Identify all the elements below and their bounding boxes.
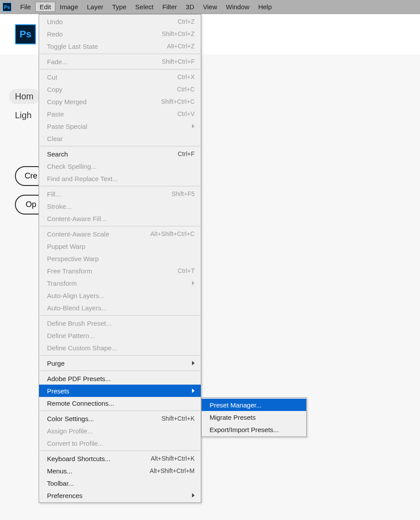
menu-item-adobe-pdf-presets-[interactable]: Adobe PDF Presets... <box>39 372 201 385</box>
menu-item-copy: CopyCtrl+C <box>39 83 201 95</box>
submenu-item-preset-manager-[interactable]: Preset Manager... <box>202 399 306 411</box>
menu-item-label: Paste Special <box>47 123 188 130</box>
menu-item-presets[interactable]: Presets <box>39 385 201 397</box>
menu-item-label: Clear <box>47 135 195 142</box>
menu-item-toggle-last-state: Toggle Last StateAlt+Ctrl+Z <box>39 40 201 52</box>
menu-item-label: Adobe PDF Presets... <box>47 375 195 382</box>
menu-item-assign-profile-: Assign Profile... <box>39 425 201 437</box>
menu-item-label: Fill... <box>47 190 171 198</box>
menu-item-label: Copy <box>47 86 177 93</box>
menu-item-cut: CutCtrl+X <box>39 71 201 83</box>
menu-item-auto-align-layers-: Auto-Align Layers... <box>39 289 201 302</box>
menu-item-color-settings-[interactable]: Color Settings...Shift+Ctrl+K <box>39 412 201 425</box>
menu-item-puppet-warp: Puppet Warp <box>39 240 201 252</box>
menu-window[interactable]: Window <box>221 2 253 12</box>
menu-item-shortcut: Ctrl+V <box>177 110 195 117</box>
menu-item-label: Perspective Warp <box>47 255 195 262</box>
menu-item-auto-blend-layers-: Auto-Blend Layers... <box>39 302 201 314</box>
menu-item-search[interactable]: SearchCtrl+F <box>39 148 201 160</box>
menu-item-label: Auto-Blend Layers... <box>47 304 195 312</box>
menu-item-label: Transform <box>47 280 188 287</box>
menu-separator <box>40 69 200 69</box>
menu-help[interactable]: Help <box>254 2 276 12</box>
submenu-arrow-icon <box>192 389 195 393</box>
menu-item-shortcut: Alt+Shift+Ctrl+C <box>150 230 195 237</box>
menu-item-free-transform: Free TransformCtrl+T <box>39 265 201 277</box>
submenu-item-label: Export/Import Presets... <box>210 426 300 433</box>
menu-item-shortcut: Alt+Shift+Ctrl+M <box>150 467 195 474</box>
menu-separator <box>40 451 200 451</box>
menu-item-check-spelling-: Check Spelling... <box>39 160 201 172</box>
presets-submenu: Preset Manager...Migrate PresetsExport/I… <box>201 397 307 437</box>
sidebar-item-0[interactable]: Hom <box>9 89 40 104</box>
menu-item-menus-[interactable]: Menus...Alt+Shift+Ctrl+M <box>39 465 201 477</box>
menu-item-label: Auto-Align Layers... <box>47 292 195 299</box>
menu-item-shortcut: Ctrl+Z <box>178 18 195 25</box>
menu-edit[interactable]: Edit <box>35 2 55 12</box>
menu-separator <box>40 186 200 186</box>
menu-item-fill-: Fill...Shift+F5 <box>39 188 201 200</box>
menu-separator <box>40 54 200 54</box>
menu-item-label: Define Custom Shape... <box>47 344 195 352</box>
submenu-item-export-import-presets-[interactable]: Export/Import Presets... <box>202 423 306 436</box>
menu-separator <box>40 355 200 356</box>
submenu-item-migrate-presets[interactable]: Migrate Presets <box>202 411 306 423</box>
menu-separator <box>40 146 200 146</box>
menu-file[interactable]: File <box>16 2 35 12</box>
menu-item-define-pattern-: Define Pattern... <box>39 329 201 342</box>
menu-item-shortcut: Shift+Ctrl+C <box>161 98 195 105</box>
menu-item-preferences[interactable]: Preferences <box>39 489 201 502</box>
submenu-arrow-icon <box>192 281 195 285</box>
submenu-arrow-icon <box>192 493 195 498</box>
menu-item-label: Puppet Warp <box>47 243 195 250</box>
menu-select[interactable]: Select <box>131 2 158 12</box>
menu-item-define-brush-preset-: Define Brush Preset... <box>39 317 201 329</box>
edit-menu-dropdown: UndoCtrl+ZRedoShift+Ctrl+ZToggle Last St… <box>39 14 201 503</box>
menu-item-label: Presets <box>47 387 188 395</box>
menu-item-label: Content-Aware Scale <box>47 230 150 238</box>
menu-view[interactable]: View <box>199 2 221 12</box>
menu-item-purge[interactable]: Purge <box>39 357 201 369</box>
menu-item-content-aware-fill-: Content-Aware Fill... <box>39 212 201 225</box>
submenu-arrow-icon <box>192 361 195 365</box>
menu-item-label: Define Pattern... <box>47 332 195 339</box>
menu-item-shortcut: Shift+F5 <box>171 190 195 197</box>
menu-item-shortcut: Alt+Shift+Ctrl+K <box>151 455 195 462</box>
menu-item-perspective-warp: Perspective Warp <box>39 252 201 265</box>
menu-separator <box>40 371 200 371</box>
menu-item-label: Undo <box>47 18 178 25</box>
menu-separator <box>40 411 200 411</box>
menu-item-shortcut: Shift+Ctrl+Z <box>162 30 195 37</box>
menu-item-keyboard-shortcuts-[interactable]: Keyboard Shortcuts...Alt+Shift+Ctrl+K <box>39 452 201 465</box>
sidebar: HomLigh <box>15 89 40 120</box>
menubar-items: FileEditImageLayerTypeSelectFilter3DView… <box>16 2 276 12</box>
menu-item-remote-connections-[interactable]: Remote Connections... <box>39 397 201 409</box>
menu-image[interactable]: Image <box>55 2 83 12</box>
menu-item-undo: UndoCtrl+Z <box>39 15 201 28</box>
menu-item-label: Paste <box>47 110 177 118</box>
menu-layer[interactable]: Layer <box>83 2 108 12</box>
menu-item-label: Content-Aware Fill... <box>47 215 195 222</box>
menu-item-label: Remote Connections... <box>47 400 195 407</box>
menu-item-label: Find and Replace Text... <box>47 175 195 182</box>
sidebar-item-1[interactable]: Ligh <box>15 110 40 120</box>
menu-item-label: Search <box>47 150 178 158</box>
submenu-arrow-icon <box>192 124 195 128</box>
submenu-item-label: Preset Manager... <box>210 401 300 409</box>
menu-item-find-and-replace-text-: Find and Replace Text... <box>39 172 201 185</box>
menu-item-shortcut: Ctrl+X <box>177 73 195 80</box>
menu-filter[interactable]: Filter <box>158 2 181 12</box>
menu-type[interactable]: Type <box>108 2 131 12</box>
menu-item-shortcut: Ctrl+C <box>177 86 195 93</box>
menu-item-label: Preferences <box>47 492 188 499</box>
menu-item-label: Toolbar... <box>47 480 195 487</box>
menu-item-label: Check Spelling... <box>47 163 195 170</box>
menu-item-shortcut: Shift+Ctrl+K <box>162 415 195 422</box>
menu-item-label: Color Settings... <box>47 415 162 422</box>
menubar: Ps FileEditImageLayerTypeSelectFilter3DV… <box>0 0 420 14</box>
menu-3d[interactable]: 3D <box>181 2 199 12</box>
menu-item-label: Define Brush Preset... <box>47 320 195 327</box>
menu-item-label: Toggle Last State <box>47 43 167 50</box>
menu-item-toolbar-[interactable]: Toolbar... <box>39 477 201 489</box>
menu-item-fade-: Fade...Shift+Ctrl+F <box>39 55 201 68</box>
